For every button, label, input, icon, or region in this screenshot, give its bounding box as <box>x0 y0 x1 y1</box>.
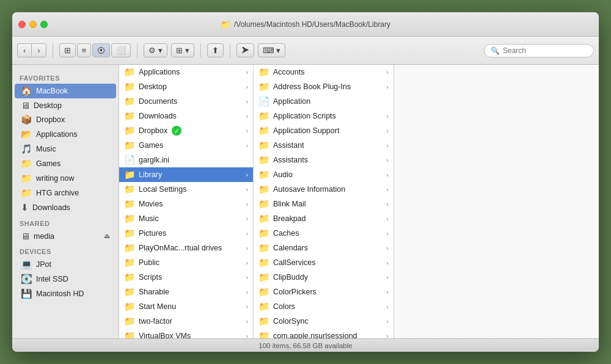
list-item[interactable]: 📁 Caches › <box>254 226 393 241</box>
sidebar-item-jpot[interactable]: 💻 JPot <box>15 257 116 272</box>
sidebar-item-applications[interactable]: 📂 Applications <box>15 127 116 142</box>
tag-button[interactable]: ⮞ <box>236 43 254 57</box>
folder-icon: 📁 <box>124 286 136 297</box>
close-button[interactable] <box>18 21 26 28</box>
action-button[interactable]: ⚙ ▾ <box>144 43 167 57</box>
sidebar-item-label: Music <box>36 145 56 153</box>
sidebar-item-music[interactable]: 🎵 Music <box>15 142 116 156</box>
file-label: Local Settings <box>139 185 187 194</box>
chevron-right-icon: › <box>386 142 389 149</box>
view-cover-button[interactable]: ⬜ <box>111 43 131 57</box>
list-item[interactable]: 📁 Documents › <box>119 94 253 109</box>
folder-icon: 📁 <box>124 301 136 312</box>
list-item[interactable]: 📄 garglk.ini <box>119 153 253 167</box>
list-item[interactable]: 📁 Accounts › <box>254 65 393 79</box>
view-column-button[interactable]: ⦿ <box>92 43 110 57</box>
view-icon-button[interactable]: ⊞ <box>59 43 76 57</box>
group-button[interactable]: ⊞ ▾ <box>171 43 194 57</box>
list-item[interactable]: 📁 Application Support › <box>254 123 393 138</box>
list-item[interactable]: 📁 PlayOnMac...rtual drives › <box>119 241 253 255</box>
list-item[interactable]: 📁 ColorSync › <box>254 314 393 329</box>
chevron-right-icon: › <box>386 288 389 296</box>
folder-icon: 📁 <box>258 169 270 180</box>
list-item[interactable]: 📁 Address Book Plug-Ins › <box>254 79 393 94</box>
list-item[interactable]: 📁 VirtualBox VMs › <box>119 329 253 338</box>
list-item[interactable]: 📁 two-factor › <box>119 314 253 329</box>
file-label: Pictures <box>139 229 166 238</box>
list-item[interactable]: 📁 Autosave Information › <box>254 182 393 197</box>
chevron-right-icon: › <box>246 274 248 281</box>
sidebar-item-label: Dropbox <box>36 115 65 124</box>
list-item[interactable]: 📁 Assistants › <box>254 153 393 167</box>
list-item[interactable]: 📁 Library › <box>119 167 253 182</box>
sidebar-item-macintosh-hd[interactable]: 💾 Macintosh HD <box>15 286 116 301</box>
list-item[interactable]: 📁 Dropbox ✓ › <box>119 123 253 138</box>
list-item[interactable]: 📁 Application Scripts › <box>254 109 393 123</box>
list-item[interactable]: 📁 Start Menu › <box>119 299 253 314</box>
forward-button[interactable]: › <box>31 43 46 57</box>
terminal-button[interactable]: ⌨ ▾ <box>258 43 286 57</box>
sidebar-item-macbook[interactable]: 🏠 MacBook <box>15 84 116 98</box>
file-label: Application <box>273 97 310 106</box>
search-box[interactable]: 🔍 <box>484 44 594 57</box>
view-list-button[interactable]: ≡ <box>77 43 92 57</box>
list-item[interactable]: 📁 Assistant › <box>254 138 393 153</box>
sidebar-item-label: Intel SSD <box>36 275 68 283</box>
list-item[interactable]: 📁 ColorPickers › <box>254 285 393 299</box>
file-label: Audio <box>273 170 293 179</box>
folder-icon: 📁 <box>258 184 270 195</box>
sync-badge: ✓ <box>172 126 181 136</box>
folder-icon: 📁 <box>124 67 136 78</box>
sidebar-item-label: writing now <box>36 174 75 183</box>
share-button[interactable]: ⬆ <box>207 43 224 57</box>
sidebar-item-label: Macintosh HD <box>36 289 84 298</box>
sidebar-item-htg[interactable]: 📁 HTG archive <box>15 186 116 200</box>
downloads-icon: ⬇ <box>21 202 29 213</box>
sidebar-item-media[interactable]: 🖥 media ⏏ <box>15 229 116 243</box>
list-item[interactable]: 📄 Application <box>254 94 393 109</box>
list-item[interactable]: 📁 Colors › <box>254 299 393 314</box>
file-label: garglk.ini <box>139 156 169 164</box>
sidebar-item-intel-ssd[interactable]: 💽 Intel SSD <box>15 272 116 286</box>
list-item[interactable]: 📁 CallServices › <box>254 255 393 270</box>
list-item[interactable]: 📁 Audio › <box>254 167 393 182</box>
minimize-button[interactable] <box>29 21 37 28</box>
back-button[interactable]: ‹ <box>17 43 31 57</box>
media-icon: 🖥 <box>21 231 30 241</box>
list-item[interactable]: 📁 Blink Mail › <box>254 197 393 211</box>
separator-4 <box>230 43 230 58</box>
search-input[interactable] <box>503 46 587 55</box>
list-item[interactable]: 📁 Desktop › <box>119 79 253 94</box>
list-item[interactable]: 📁 Sharable › <box>119 285 253 299</box>
folder-icon: 📁 <box>124 242 136 253</box>
column-3 <box>394 65 599 338</box>
list-item[interactable]: 📁 Pictures › <box>119 226 253 241</box>
window-title: 📁 /Volumes/Macintosh HD/Users/MacBook/Li… <box>221 20 390 29</box>
maximize-button[interactable] <box>40 21 48 28</box>
list-item[interactable]: 📁 ClipBuddy › <box>254 270 393 285</box>
list-item[interactable]: 📁 Downloads › <box>119 109 253 123</box>
list-item[interactable]: 📁 Public › <box>119 255 253 270</box>
list-item[interactable]: 📁 Scripts › <box>119 270 253 285</box>
sidebar-item-games[interactable]: 📁 Games <box>15 156 116 171</box>
list-item[interactable]: 📁 Calendars › <box>254 241 393 255</box>
nav-buttons: ‹ › <box>17 43 46 57</box>
sidebar-item-dropbox[interactable]: 📦 Dropbox <box>15 112 116 127</box>
sidebar-item-downloads[interactable]: ⬇ Downloads <box>15 200 116 215</box>
list-item[interactable]: 📁 Breakpad › <box>254 211 393 226</box>
view-buttons: ⊞ ≡ ⦿ ⬜ <box>59 43 131 57</box>
sidebar-item-label: media <box>34 232 54 241</box>
sidebar-item-desktop[interactable]: 🖥 Desktop <box>15 98 116 112</box>
folder-icon: 📁 <box>124 228 136 239</box>
column-2: 📁 Accounts › 📁 Address Book Plug-Ins › 📄… <box>254 65 394 338</box>
list-item[interactable]: 📁 Applications › <box>119 65 253 79</box>
search-icon: 🔍 <box>491 46 500 55</box>
chevron-right-icon: › <box>246 303 248 310</box>
list-item[interactable]: 📁 Games › <box>119 138 253 153</box>
sidebar-item-writing[interactable]: 📁 writing now <box>15 171 116 186</box>
list-item[interactable]: 📁 Music › <box>119 211 253 226</box>
list-item[interactable]: 📁 Movies › <box>119 197 253 211</box>
list-item[interactable]: 📁 com.apple.nsurlsessiond › <box>254 329 393 338</box>
list-item[interactable]: 📁 Local Settings › <box>119 182 253 197</box>
music-icon: 🎵 <box>21 144 32 155</box>
